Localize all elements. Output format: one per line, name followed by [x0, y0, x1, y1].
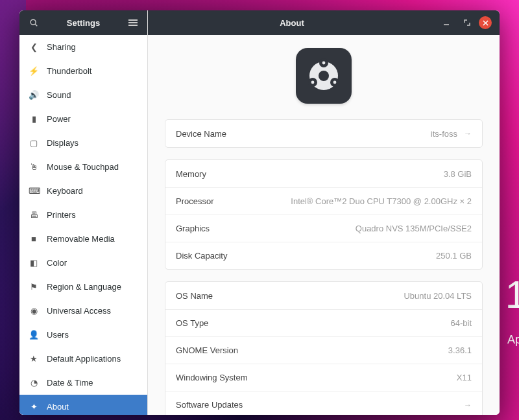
sidebar-item-label: Users: [47, 330, 69, 340]
svg-line-1: [35, 24, 37, 26]
gnome-version-label: GNOME Version: [176, 345, 238, 355]
sidebar-item-thunderbolt[interactable]: ⚡Thunderbolt: [19, 59, 147, 83]
share-icon: ❮: [29, 42, 39, 52]
sidebar-item-about[interactable]: ✦About: [19, 395, 147, 415]
software-updates-label: Software Updates: [176, 400, 243, 410]
os-name-row: OS Name Ubuntu 20.04 LTS: [165, 282, 482, 309]
bolt-icon: ⚡: [29, 66, 39, 76]
region-icon: ⚑: [29, 282, 39, 292]
window-maximize-button[interactable]: [458, 14, 476, 32]
sidebar-item-mouse-touchpad[interactable]: 🖱Mouse & Touchpad: [19, 155, 147, 179]
disk-label: Disk Capacity: [176, 251, 227, 261]
sidebar-item-label: Displays: [47, 138, 78, 148]
sidebar-item-color[interactable]: ◧Color: [19, 251, 147, 275]
os-type-value: 64-bit: [450, 318, 472, 328]
printer-icon: 🖶: [29, 210, 39, 220]
sidebar-list: ❮Sharing⚡Thunderbolt🔊Sound▮Power▢Display…: [19, 35, 147, 415]
sidebar-item-label: Universal Access: [47, 306, 111, 316]
svg-point-6: [319, 71, 329, 81]
sidebar-item-label: Color: [47, 258, 67, 268]
sidebar-item-label: Thunderbolt: [47, 66, 91, 76]
os-type-row: OS Type 64-bit: [165, 309, 482, 336]
settings-window: Settings ❮Sharing⚡Thunderbolt🔊Sound▮Powe…: [19, 10, 500, 415]
close-icon: [483, 20, 489, 26]
svg-point-11: [311, 81, 315, 84]
graphics-label: Graphics: [176, 224, 210, 233]
processor-row: Processor Intel® Core™2 Duo CPU T7300 @ …: [165, 187, 482, 215]
sidebar-item-power[interactable]: ▮Power: [19, 107, 147, 131]
sidebar-item-displays[interactable]: ▢Displays: [19, 131, 147, 155]
memory-label: Memory: [176, 169, 206, 179]
software-group: OS Name Ubuntu 20.04 LTS OS Type 64-bit …: [165, 281, 483, 415]
sidebar-item-sound[interactable]: 🔊Sound: [19, 83, 147, 107]
sidebar-item-label: Default Applications: [47, 354, 121, 364]
keyboard-icon: ⌨: [29, 186, 39, 196]
page-title: About: [148, 18, 436, 28]
about-content: Device Name its-foss → Memory 3.8 GiB Pr…: [148, 35, 500, 415]
windowing-system-value: X11: [457, 373, 472, 382]
settings-sidebar: Settings ❮Sharing⚡Thunderbolt🔊Sound▮Powe…: [19, 10, 148, 415]
software-updates-row[interactable]: Software Updates →: [165, 391, 482, 415]
sidebar-item-label: Mouse & Touchpad: [47, 162, 119, 172]
device-name-value: its-foss: [431, 129, 457, 139]
os-name-label: OS Name: [176, 291, 213, 301]
main-headerbar: About: [148, 10, 500, 35]
os-name-value: Ubuntu 20.04 LTS: [404, 291, 472, 301]
sidebar-item-label: Printers: [47, 210, 76, 220]
sidebar-title: Settings: [44, 18, 123, 28]
sidebar-item-region-language[interactable]: ⚑Region & Language: [19, 275, 147, 299]
sound-icon: 🔊: [29, 90, 39, 100]
sidebar-item-date-time[interactable]: ◔Date & Time: [19, 371, 147, 395]
sidebar-item-label: Power: [47, 114, 71, 124]
sidebar-item-label: Removable Media: [47, 234, 115, 244]
search-icon: [29, 18, 38, 27]
sidebar-headerbar: Settings: [19, 10, 147, 35]
device-name-row[interactable]: Device Name its-foss →: [165, 120, 482, 147]
ubuntu-budgie-icon: [304, 56, 343, 95]
hamburger-menu-button[interactable]: [124, 14, 142, 32]
sidebar-item-default-applications[interactable]: ★Default Applications: [19, 347, 147, 371]
graphics-row: Graphics Quadro NVS 135M/PCIe/SSE2: [165, 215, 482, 242]
svg-point-10: [322, 62, 326, 65]
windowing-system-label: Windowing System: [176, 373, 248, 382]
processor-label: Processor: [176, 196, 214, 206]
access-icon: ◉: [29, 306, 39, 316]
plus-icon: ✦: [29, 402, 39, 412]
media-icon: ■: [29, 234, 39, 244]
window-close-button[interactable]: [479, 16, 492, 29]
disk-value: 250.1 GB: [436, 251, 472, 261]
processor-value: Intel® Core™2 Duo CPU T7300 @ 2.00GHz × …: [291, 196, 472, 206]
device-name-label: Device Name: [176, 129, 226, 139]
sidebar-item-users[interactable]: 👤Users: [19, 323, 147, 347]
sidebar-item-removable-media[interactable]: ■Removable Media: [19, 227, 147, 251]
sidebar-item-label: Keyboard: [47, 186, 83, 196]
hardware-group: Memory 3.8 GiB Processor Intel® Core™2 D…: [165, 159, 483, 270]
wallpaper-clock: 1: [505, 272, 519, 317]
sidebar-item-label: Date & Time: [47, 378, 93, 388]
window-minimize-button[interactable]: [437, 14, 455, 32]
windowing-system-row: Windowing System X11: [165, 364, 482, 391]
mouse-icon: 🖱: [29, 162, 39, 172]
device-name-group: Device Name its-foss →: [165, 119, 483, 148]
graphics-value: Quadro NVS 135M/PCIe/SSE2: [356, 224, 472, 233]
power-icon: ▮: [29, 114, 39, 124]
sidebar-item-printers[interactable]: 🖶Printers: [19, 203, 147, 227]
maximize-icon: [463, 19, 471, 27]
star-icon: ★: [29, 354, 39, 364]
chevron-right-icon: →: [464, 129, 472, 138]
users-icon: 👤: [29, 330, 39, 340]
display-icon: ▢: [29, 138, 39, 148]
disk-row: Disk Capacity 250.1 GB: [165, 242, 482, 269]
sidebar-item-keyboard[interactable]: ⌨Keyboard: [19, 179, 147, 203]
gnome-version-value: 3.36.1: [448, 345, 472, 355]
svg-point-12: [333, 81, 337, 84]
sidebar-item-sharing[interactable]: ❮Sharing: [19, 35, 147, 59]
sidebar-item-label: About: [47, 402, 69, 412]
hamburger-icon: [128, 19, 138, 26]
svg-point-0: [30, 19, 36, 25]
sidebar-item-universal-access[interactable]: ◉Universal Access: [19, 299, 147, 323]
search-button[interactable]: [25, 14, 43, 32]
sidebar-item-label: Sharing: [47, 42, 76, 52]
gnome-version-row: GNOME Version 3.36.1: [165, 336, 482, 364]
sidebar-item-label: Region & Language: [47, 282, 121, 292]
